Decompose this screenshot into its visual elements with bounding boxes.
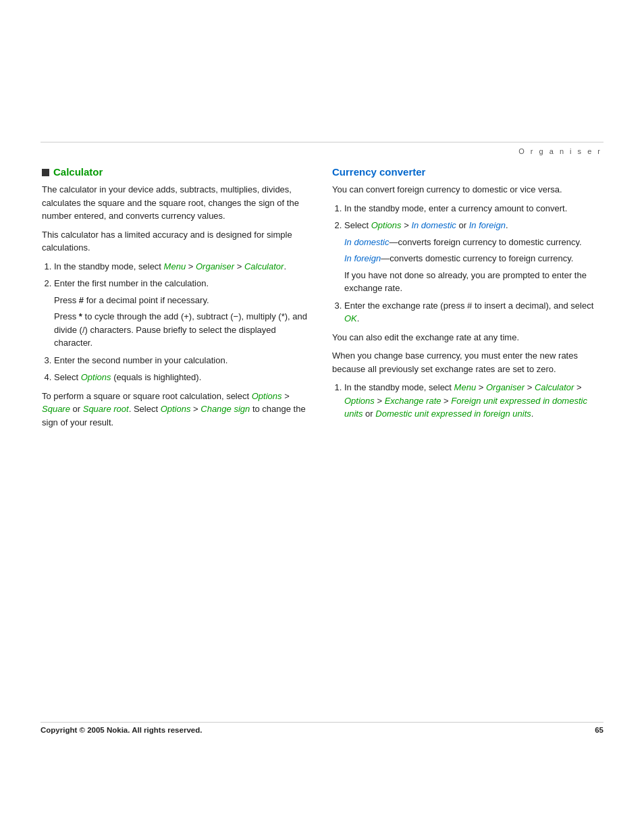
currency-converter-steps: In the standby mode, enter a currency am… — [344, 202, 602, 325]
currency-step1: In the standby mode, enter a currency am… — [344, 202, 602, 215]
currency-para1: You can also edit the exchange rate at a… — [332, 331, 602, 344]
calculator-steps: In the standby mode, select Menu > Organ… — [54, 260, 312, 384]
header-rule — [41, 142, 603, 142]
currency-para2: When you change base currency, you must … — [332, 349, 602, 375]
calculator-step3: Enter the second number in your calculat… — [54, 354, 312, 367]
currency-step3: Enter the exchange rate (press # to inse… — [344, 299, 602, 325]
currency-step4: In the standby mode, select Menu > Organ… — [344, 381, 602, 421]
sub-para-foreign: In foreign—converts domestic currency to… — [344, 252, 602, 265]
currency-converter-title: Currency converter — [332, 166, 602, 178]
footer-rule — [41, 722, 603, 723]
content-area: Calculator The calculator in your device… — [42, 166, 602, 434]
sub-para-exchange-prompt: If you have not done so already, you are… — [344, 269, 602, 295]
currency-step2: Select Options > In domestic or In forei… — [344, 219, 602, 295]
square-icon — [42, 169, 49, 176]
calculator-step2: Enter the first number in the calculatio… — [54, 277, 312, 350]
calculator-step4: Select Options (equals is highlighted). — [54, 371, 312, 384]
organiser-label: O r g a n i s e r — [518, 147, 602, 155]
sub-para-hash: Press # for a decimal point if necessary… — [54, 294, 312, 307]
currency-converter-section: Currency converter You can convert forei… — [332, 166, 602, 434]
currency-converter-intro: You can convert foreign currency to dome… — [332, 183, 602, 197]
calculator-intro1: The calculator in your device adds, subt… — [42, 183, 312, 223]
calculator-step1: In the standby mode, select Menu > Organ… — [54, 260, 312, 273]
currency-step4-list: In the standby mode, select Menu > Organ… — [344, 381, 602, 421]
calculator-closing: To perform a square or square root calcu… — [42, 390, 312, 429]
calculator-intro2: This calculator has a limited accuracy a… — [42, 228, 312, 255]
calculator-section: Calculator The calculator in your device… — [42, 166, 312, 434]
sub-para-domestic: In domestic—converts foreign currency to… — [344, 236, 602, 249]
footer-copyright: Copyright © 2005 Nokia. All rights reser… — [41, 726, 202, 734]
footer: Copyright © 2005 Nokia. All rights reser… — [41, 726, 603, 734]
sub-para-star: Press * to cycle through the add (+), su… — [54, 310, 312, 350]
page: O r g a n i s e r Calculator The calcula… — [0, 0, 644, 834]
calculator-title: Calculator — [42, 166, 312, 178]
footer-page: 65 — [595, 726, 603, 734]
